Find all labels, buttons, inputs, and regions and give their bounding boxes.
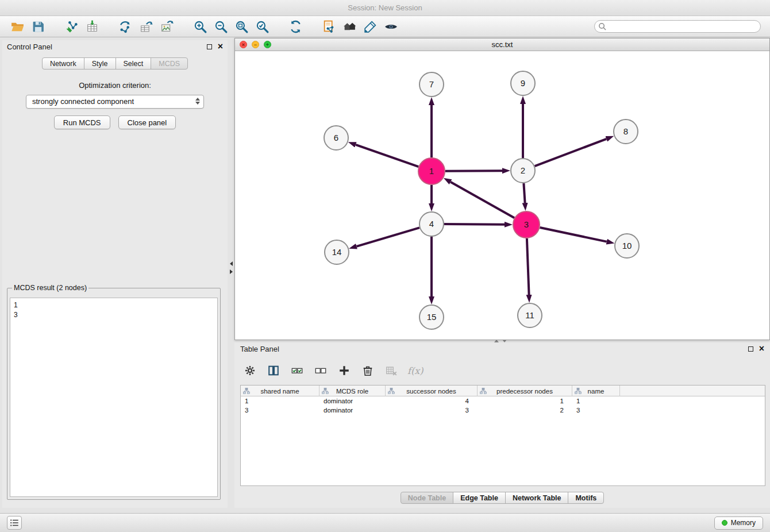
zoom-in-icon [193,20,207,34]
table-cell[interactable]: dominator [319,406,386,415]
task-history-button[interactable] [7,516,22,530]
tab-mcds[interactable]: MCDS [151,57,188,70]
graph-edge-1-6[interactable] [356,145,418,167]
graph-edge-3-1[interactable] [451,182,514,218]
svg-text:1: 1 [429,166,434,176]
import-table-icon [85,20,99,34]
float-table-panel-icon[interactable] [748,346,753,352]
add-column-button[interactable] [337,363,352,378]
delete-columns-button[interactable] [360,363,375,378]
close-panel-button[interactable]: Close panel [118,115,176,129]
eye-button[interactable] [380,18,401,35]
save-session-button[interactable] [28,18,48,35]
run-mcds-button[interactable]: Run MCDS [54,115,110,129]
tab-motifs[interactable]: Motifs [568,492,604,504]
network-window-titlebar[interactable]: × − + scc.txt [235,38,769,51]
column-header-predecessor-nodes[interactable]: predecessor nodes [478,385,572,396]
table-row[interactable]: 1dominator411 [241,396,765,406]
maximize-window-icon[interactable]: + [264,41,271,48]
home-button[interactable] [339,18,360,35]
graph-edge-2-3[interactable] [523,183,525,203]
style-paint-button[interactable] [360,18,380,35]
table-cell[interactable]: 1 [241,396,319,406]
deselect-all-columns-icon [314,364,327,377]
float-panel-icon[interactable] [207,44,212,49]
optimization-criterion-select[interactable]: strongly connected component [26,95,204,109]
tab-network-table[interactable]: Network Table [505,492,569,504]
network-canvas[interactable]: 7968124314101511 [235,51,769,340]
zoom-out-button[interactable] [210,18,231,35]
graph-edge-1-2[interactable] [445,171,502,171]
table-cell[interactable]: 1 [478,396,572,406]
graph-node-8[interactable]: 8 [614,119,638,144]
function-builder-button[interactable]: f(x) [407,365,423,376]
zoom-in-button[interactable] [190,18,210,35]
table-cell[interactable]: 3 [386,406,478,415]
document-network-button[interactable] [318,18,339,35]
mcds-result-item[interactable]: 3 [14,310,214,320]
tab-node-table[interactable]: Node Table [401,492,453,504]
graph-edge-3-10[interactable] [540,228,607,242]
zoom-fit-button[interactable] [231,18,252,35]
graph-node-4[interactable]: 4 [419,212,444,236]
close-panel-icon[interactable]: × [218,43,223,50]
graph-node-2[interactable]: 2 [511,159,535,183]
memory-button[interactable]: Memory [714,516,763,530]
column-tree-icon [388,388,395,394]
export-table-button[interactable] [136,18,156,35]
import-table-button[interactable] [82,18,102,35]
table-cell[interactable]: 4 [386,396,478,406]
status-bar: Memory [0,513,770,532]
graph-edge-3-11[interactable] [527,238,529,295]
delete-table-button[interactable] [384,363,399,378]
column-header-label: MCDS role [336,388,368,395]
tab-style[interactable]: Style [84,57,116,70]
column-header-successor-nodes[interactable]: successor nodes [386,385,478,396]
search-input[interactable] [594,20,761,33]
minimize-window-icon[interactable]: − [252,41,259,48]
export-image-button[interactable] [156,18,177,35]
close-table-panel-icon[interactable]: × [759,345,764,352]
vertical-splitter[interactable] [229,261,233,274]
graph-node-6[interactable]: 6 [324,126,348,150]
graph-node-1[interactable]: 1 [418,158,445,184]
column-header-name[interactable]: name [572,385,620,396]
graph-node-3[interactable]: 3 [513,211,540,238]
graph-node-10[interactable]: 10 [615,234,639,258]
graph-node-9[interactable]: 9 [511,71,535,95]
control-panel-title: Control Panel [7,43,52,51]
delete-table-icon [385,364,398,377]
tab-network[interactable]: Network [42,57,84,70]
mcds-result-list[interactable]: 13 [10,298,218,497]
column-header-shared-name[interactable]: shared name [241,385,319,396]
zoom-selected-button[interactable] [252,18,272,35]
select-all-columns-icon [291,364,303,377]
open-file-button[interactable] [7,18,28,35]
table-row[interactable]: 3dominator323 [241,406,765,415]
close-window-icon[interactable]: × [240,41,247,48]
table-cell[interactable]: 3 [572,406,620,415]
tab-edge-table[interactable]: Edge Table [453,492,506,504]
refresh-layout-button[interactable] [285,18,306,35]
table-cell[interactable]: 3 [241,406,319,415]
graph-node-14[interactable]: 14 [325,240,349,264]
deselect-all-columns-button[interactable] [313,363,328,378]
graph-edge-4-14[interactable] [357,228,419,246]
table-cell[interactable]: dominator [319,396,386,406]
table-settings-button[interactable] [242,363,257,378]
graph-node-15[interactable]: 15 [419,305,444,329]
save-session-icon [31,20,45,34]
column-header-mcds-role[interactable]: MCDS role [319,385,386,396]
graph-edge-2-8[interactable] [535,139,607,166]
graph-node-11[interactable]: 11 [518,303,542,327]
table-cell[interactable]: 2 [478,406,572,415]
select-all-columns-button[interactable] [290,363,305,378]
mcds-result-item[interactable]: 1 [14,300,214,310]
export-network-button[interactable] [115,18,136,35]
import-network-button[interactable] [61,18,82,35]
graph-node-7[interactable]: 7 [419,72,444,97]
tab-select[interactable]: Select [116,57,152,70]
table-cell[interactable]: 1 [572,396,620,406]
column-layout-button[interactable] [266,363,281,378]
graph-edge-4-3[interactable] [444,224,505,225]
